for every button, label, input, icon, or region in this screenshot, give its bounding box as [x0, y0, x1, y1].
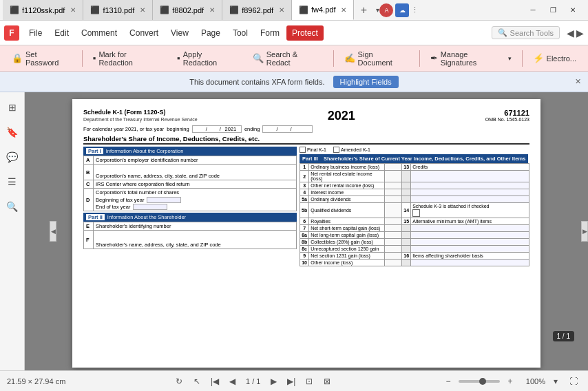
lock-icon: 🔒: [12, 53, 23, 63]
sidebar-layers-icon[interactable]: ☰: [3, 172, 22, 191]
table-row: 8c Unrecaptured section 1250 gain: [300, 246, 529, 253]
amended-k1-checkbox[interactable]: [333, 147, 339, 153]
last-page-button[interactable]: ▶|: [284, 374, 299, 389]
left-panel-collapse[interactable]: ◀: [50, 221, 56, 242]
sidebar-comments-icon[interactable]: 💬: [3, 147, 22, 167]
window-controls: ─ ❐ ✕: [523, 3, 585, 17]
restore-button[interactable]: ❐: [543, 3, 563, 17]
tab-f8802[interactable]: ⬛ f8802.pdf ✕: [153, 0, 222, 20]
page-number-badge: 1 / 1: [553, 331, 574, 341]
menu-tool[interactable]: Tool: [227, 25, 253, 41]
final-k1-checkbox[interactable]: [300, 147, 306, 153]
menu-view[interactable]: View: [165, 25, 194, 41]
menu-page[interactable]: Page: [196, 25, 226, 41]
tax-year-label: For calendar year 2021, or tax year: [83, 126, 164, 132]
nav-back-icon[interactable]: ◀: [567, 28, 574, 39]
part1-title: Information About the Corporation: [106, 148, 184, 154]
search-icon: 🔍: [498, 28, 507, 37]
menu-protect[interactable]: Protect: [286, 25, 324, 41]
table-row: 4 Interest income: [300, 189, 529, 196]
minimize-button[interactable]: ─: [523, 3, 543, 17]
mark-redaction-button[interactable]: ▪ Mark for Redaction: [87, 47, 168, 70]
highlight-fields-button[interactable]: Highlight Fields: [333, 76, 399, 88]
first-page-button[interactable]: |◀: [207, 374, 222, 389]
nav-controls: ↻ ↖ |◀ ◀ 1 / 1 ▶ ▶| ⊡ ⊠: [171, 374, 335, 389]
tab-strip: ⬛ f1120ssk.pdf ✕ ⬛ f1310.pdf ✕ ⬛ f8802.p…: [3, 0, 523, 20]
shares-beginning-input[interactable]: [147, 197, 181, 203]
new-tab-button[interactable]: +: [354, 1, 373, 20]
row-content-A: Corporation's employer identification nu…: [94, 156, 297, 165]
tab-close-2[interactable]: ✕: [209, 6, 215, 14]
pdf-viewer[interactable]: ◀ Schedule K-1 (Form 1120-S) Department …: [25, 92, 588, 370]
sidebar-search-icon[interactable]: 🔍: [3, 197, 22, 216]
right-panel-collapse[interactable]: ▶: [581, 221, 588, 242]
electronic-button[interactable]: ⚡ Electro...: [527, 50, 582, 66]
rotate-button[interactable]: ↻: [171, 374, 187, 389]
table-row: 8b Collectibles (28%) gain (loss): [300, 239, 529, 246]
zoom-in-button[interactable]: +: [503, 374, 518, 389]
menu-convert[interactable]: Convert: [124, 25, 164, 41]
menu-form[interactable]: Form: [255, 25, 285, 41]
row-content-F: Shareholder's name, address, city, state…: [94, 231, 297, 249]
table-row: E Shareholder's identifying number: [84, 222, 297, 231]
menu-edit[interactable]: Edit: [49, 25, 74, 41]
zoom-slider[interactable]: [459, 380, 500, 383]
sidebar-bookmarks-icon[interactable]: 🔖: [3, 123, 22, 142]
select-tool-button[interactable]: ↖: [189, 374, 204, 389]
fit-page-button[interactable]: ⊡: [302, 374, 317, 389]
sign-document-button[interactable]: ✍ Sign Document: [338, 47, 415, 70]
toolbar-separator-2: [333, 50, 334, 67]
apply-redaction-button[interactable]: ▪ Apply Redaction: [171, 47, 244, 70]
table-row: 10 Other income (loss): [300, 260, 529, 266]
left-sidebar: ⊞ 🔖 💬 ☰ 🔍: [0, 92, 25, 370]
next-page-button[interactable]: ▶: [266, 374, 281, 389]
shares-end-input[interactable]: [133, 204, 167, 210]
tab-close-1[interactable]: ✕: [140, 6, 145, 14]
menu-comment[interactable]: Comment: [76, 25, 123, 41]
table-row: 1 Ordinary business income (loss) 13 Cre…: [300, 164, 529, 171]
close-button[interactable]: ✕: [563, 3, 582, 17]
account-icon[interactable]: ☁: [395, 3, 409, 17]
protect-toolbar: 🔒 Set Password ▪ Mark for Redaction ▪ Ap…: [0, 45, 588, 72]
tab-close-0[interactable]: ✕: [70, 6, 76, 14]
apply-icon: ▪: [177, 53, 180, 63]
fit-width-button[interactable]: ⊠: [319, 374, 335, 389]
xfa-close-button[interactable]: ✕: [575, 77, 581, 86]
zoom-dropdown-button[interactable]: ▾: [548, 374, 563, 389]
tab-f8962[interactable]: ⬛ f8962.pdf ✕: [222, 0, 292, 20]
tab-fw4[interactable]: ⬛ fw4.pdf ✕: [292, 0, 354, 20]
set-password-button[interactable]: 🔒 Set Password: [6, 47, 78, 70]
tab-f1310[interactable]: ⬛ f1310.pdf ✕: [83, 0, 153, 20]
sidebar-pages-icon[interactable]: ⊞: [3, 98, 22, 117]
main-area: ⊞ 🔖 💬 ☰ 🔍 ◀ Schedule K-1 (Form 1120-S) D…: [0, 92, 588, 370]
zoom-percent: 100%: [521, 377, 545, 385]
prev-page-button[interactable]: ◀: [225, 374, 240, 389]
search-redact-button[interactable]: 🔍 Search & Redact: [246, 47, 329, 70]
tab-f1120ssk[interactable]: ⬛ f1120ssk.pdf ✕: [3, 0, 83, 20]
nav-forward-icon[interactable]: ▶: [576, 28, 584, 39]
fullscreen-button[interactable]: ⛶: [566, 374, 581, 389]
date-year-field[interactable]: 2021: [222, 126, 240, 132]
zoom-out-button[interactable]: −: [441, 374, 456, 389]
bottom-bar: 21.59 × 27.94 cm ↻ ↖ |◀ ◀ 1 / 1 ▶ ▶| ⊡ ⊠…: [0, 370, 588, 391]
k3-checkbox[interactable]: [412, 209, 420, 217]
menu-file[interactable]: File: [23, 25, 48, 41]
table-row: B Corporation's name, address, city, sta…: [84, 165, 297, 180]
tab-close-4[interactable]: ✕: [341, 6, 346, 14]
shareholder-title: Shareholder's Share of Income, Deduction…: [83, 135, 529, 145]
more-options-icon[interactable]: ⋮: [411, 6, 419, 14]
table-row: 6 Royalties 15 Alternative minimum tax (…: [300, 218, 529, 225]
manage-signatures-button[interactable]: ✒ Manage Signatures ▾: [424, 47, 518, 70]
beginning-label: beginning: [167, 126, 189, 132]
part2-label: Part II: [86, 214, 105, 220]
part3-label: Part III: [300, 154, 321, 163]
tab-close-3[interactable]: ✕: [279, 6, 284, 14]
title-bar: ⬛ f1120ssk.pdf ✕ ⬛ f1310.pdf ✕ ⬛ f8802.p…: [0, 0, 588, 21]
table-row: 9 Net section 1231 gain (loss) 16 Items …: [300, 253, 529, 260]
app-logo: F: [4, 25, 19, 41]
table-row: 2 Net rental real estate income (loss): [300, 171, 529, 182]
profile-avatar[interactable]: A: [379, 3, 393, 17]
search-tools-input[interactable]: 🔍 Search Tools: [492, 26, 560, 39]
row-label-E: E: [84, 222, 94, 231]
pdf-omb: OMB No. 1545-0123: [485, 117, 529, 122]
